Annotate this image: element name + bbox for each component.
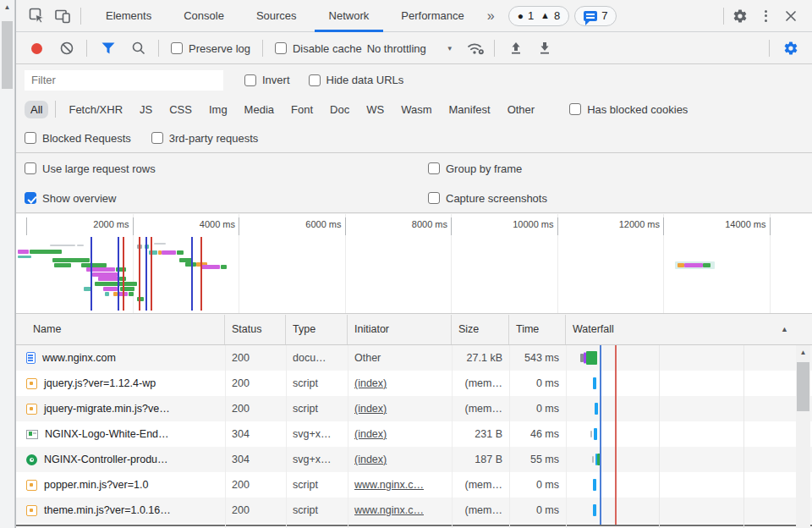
request-type-cell[interactable]: svg+x… bbox=[286, 421, 348, 447]
request-type-cell[interactable]: docu… bbox=[286, 345, 348, 371]
tab-performance[interactable]: Performance bbox=[385, 0, 480, 32]
request-waterfall-cell[interactable] bbox=[566, 345, 812, 371]
request-initiator-cell[interactable]: www.nginx.c… bbox=[348, 498, 452, 523]
search-icon[interactable] bbox=[128, 37, 150, 59]
third-party-requests-checkbox[interactable]: 3rd-party requests bbox=[151, 132, 259, 145]
blocked-requests-checkbox[interactable]: Blocked Requests bbox=[25, 132, 131, 145]
device-toolbar-icon[interactable] bbox=[50, 4, 75, 28]
request-initiator-cell[interactable]: (index) bbox=[348, 447, 452, 472]
request-initiator-link[interactable]: (index) bbox=[354, 428, 387, 440]
more-tabs-button[interactable]: » bbox=[480, 8, 502, 24]
checkbox-box[interactable] bbox=[25, 162, 36, 174]
table-scrollbar[interactable]: ▲ bbox=[796, 345, 810, 528]
request-name-cell[interactable]: NGINX-Logo-White-End… bbox=[16, 421, 225, 447]
table-row[interactable]: NGINX-Logo-White-End…304svg+x…(index)231… bbox=[16, 421, 812, 447]
request-type-cell[interactable]: script bbox=[286, 498, 348, 523]
checkbox-box[interactable] bbox=[428, 192, 440, 204]
request-initiator-link[interactable]: (index) bbox=[354, 377, 387, 389]
request-time-cell[interactable]: 0 ms bbox=[509, 396, 566, 421]
tab-console[interactable]: Console bbox=[167, 0, 240, 32]
type-filter-img[interactable]: Img bbox=[203, 101, 233, 118]
checkbox-box[interactable] bbox=[25, 132, 36, 144]
request-waterfall-cell[interactable] bbox=[566, 371, 812, 396]
column-header-type[interactable]: Type bbox=[286, 315, 348, 344]
request-size-cell[interactable]: 187 B bbox=[452, 447, 509, 472]
has-blocked-cookies-checkbox[interactable]: Has blocked cookies bbox=[569, 103, 688, 116]
preserve-log-checkbox[interactable]: Preserve log bbox=[171, 42, 250, 55]
inspect-element-icon[interactable] bbox=[25, 4, 50, 28]
type-filter-media[interactable]: Media bbox=[239, 101, 280, 118]
network-overview-timeline[interactable]: 2000 ms4000 ms6000 ms8000 ms10000 ms1200… bbox=[16, 214, 812, 314]
network-settings-gear-icon[interactable] bbox=[780, 37, 802, 59]
request-initiator-cell[interactable]: (index) bbox=[348, 421, 452, 447]
column-header-waterfall[interactable]: Waterfall ▲ bbox=[566, 315, 812, 344]
group-by-frame-checkbox[interactable]: Group by frame bbox=[428, 162, 522, 175]
checkbox-box[interactable] bbox=[151, 132, 163, 144]
clear-icon[interactable] bbox=[56, 37, 78, 59]
request-status-cell[interactable]: 304 bbox=[225, 447, 286, 472]
scrollbar-up-icon[interactable]: ▲ bbox=[796, 349, 810, 356]
network-conditions-icon[interactable] bbox=[465, 37, 487, 59]
request-name-cell[interactable]: NGINX-Controller-produ… bbox=[16, 447, 225, 472]
request-initiator-cell[interactable]: (index) bbox=[348, 371, 452, 396]
request-waterfall-cell[interactable] bbox=[566, 472, 812, 498]
column-header-status[interactable]: Status bbox=[225, 315, 286, 344]
capture-screenshots-checkbox[interactable]: Capture screenshots bbox=[428, 192, 547, 205]
request-status-cell[interactable]: 200 bbox=[225, 371, 286, 396]
table-scrollbar-thumb[interactable] bbox=[797, 362, 809, 411]
more-options-icon[interactable] bbox=[753, 4, 778, 28]
column-header-size[interactable]: Size bbox=[452, 315, 509, 344]
tab-sources[interactable]: Sources bbox=[240, 0, 313, 32]
export-har-icon[interactable] bbox=[534, 37, 556, 59]
request-size-cell[interactable]: (mem… bbox=[452, 371, 509, 396]
request-status-cell[interactable]: 304 bbox=[225, 421, 286, 447]
request-waterfall-cell[interactable] bbox=[566, 447, 812, 472]
table-row[interactable]: theme.min.js?ver=1.0.16…200scriptwww.ngi… bbox=[16, 498, 812, 523]
request-waterfall-cell[interactable] bbox=[566, 396, 812, 421]
network-filter-input[interactable] bbox=[25, 70, 223, 91]
request-name-cell[interactable]: jquery.js?ver=1.12.4-wp bbox=[16, 371, 225, 396]
request-type-cell[interactable]: svg+x… bbox=[286, 447, 348, 472]
tab-elements[interactable]: Elements bbox=[90, 0, 167, 32]
disable-cache-checkbox[interactable]: Disable cache bbox=[275, 42, 362, 55]
checkbox-box[interactable] bbox=[309, 74, 321, 86]
sort-ascending-icon[interactable]: ▲ bbox=[781, 315, 788, 344]
request-initiator-cell[interactable]: www.nginx.c… bbox=[348, 472, 452, 498]
checkbox-box[interactable] bbox=[25, 192, 36, 204]
column-header-time[interactable]: Time bbox=[509, 315, 566, 344]
request-size-cell[interactable]: (mem… bbox=[452, 498, 509, 523]
request-waterfall-cell[interactable] bbox=[566, 498, 812, 523]
request-size-cell[interactable]: (mem… bbox=[452, 396, 509, 421]
request-waterfall-cell[interactable] bbox=[566, 421, 812, 447]
checkbox-box[interactable] bbox=[275, 42, 287, 54]
type-filter-font[interactable]: Font bbox=[285, 101, 319, 118]
request-name-cell[interactable]: jquery-migrate.min.js?ve… bbox=[16, 396, 225, 421]
request-name-cell[interactable]: theme.min.js?ver=1.0.16… bbox=[16, 498, 225, 523]
column-header-name[interactable]: Name bbox=[16, 315, 225, 344]
table-row[interactable]: NGINX-Controller-produ…304svg+x…(index)1… bbox=[16, 447, 812, 472]
record-button[interactable] bbox=[31, 43, 42, 54]
type-filter-ws[interactable]: WS bbox=[360, 101, 390, 118]
request-type-cell[interactable]: script bbox=[286, 396, 348, 421]
request-status-cell[interactable]: 200 bbox=[225, 472, 286, 498]
request-name-cell[interactable]: popper.min.js?ver=1.0 bbox=[16, 472, 225, 498]
filter-icon[interactable] bbox=[97, 37, 119, 59]
request-time-cell[interactable]: 543 ms bbox=[509, 345, 566, 371]
issues-badge[interactable]: 7 bbox=[574, 6, 617, 26]
tab-network[interactable]: Network bbox=[313, 0, 386, 32]
request-initiator-cell[interactable]: Other bbox=[348, 345, 452, 371]
request-initiator-link[interactable]: (index) bbox=[354, 454, 387, 465]
type-filter-wasm[interactable]: Wasm bbox=[395, 101, 437, 118]
settings-gear-icon[interactable] bbox=[727, 4, 753, 28]
request-time-cell[interactable]: 55 ms bbox=[509, 447, 566, 472]
type-filter-manifest[interactable]: Manifest bbox=[442, 101, 496, 118]
type-filter-other[interactable]: Other bbox=[502, 101, 541, 118]
type-filter-doc[interactable]: Doc bbox=[324, 101, 355, 118]
type-filter-fetchxhr[interactable]: Fetch/XHR bbox=[63, 101, 129, 118]
request-size-cell[interactable]: 27.1 kB bbox=[452, 345, 509, 371]
request-initiator-cell[interactable]: (index) bbox=[348, 396, 452, 421]
checkbox-box[interactable] bbox=[428, 162, 440, 174]
errors-warnings-badge[interactable]: ● 1 ▲ 8 bbox=[508, 6, 570, 26]
invert-checkbox[interactable]: Invert bbox=[244, 74, 290, 86]
column-header-initiator[interactable]: Initiator bbox=[348, 315, 452, 344]
